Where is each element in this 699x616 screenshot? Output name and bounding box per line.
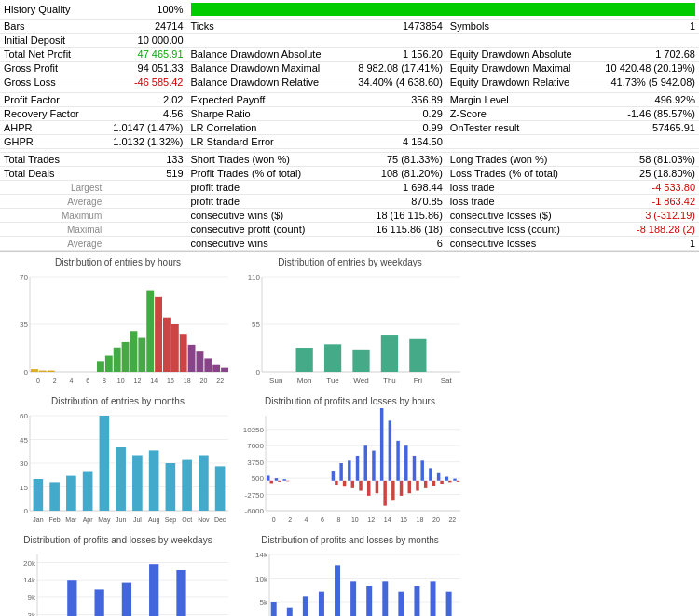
profit-factor-label: Profit Factor xyxy=(0,93,105,107)
gross-profit-row: Gross Profit 94 051.33 Balance Drawdown … xyxy=(0,62,699,75)
history-quality-row: History Quality 100% xyxy=(0,0,699,20)
sharpe-ratio-value: 0.29 xyxy=(337,107,446,121)
average-trade-row: Average profit trade 870.85 loss trade -… xyxy=(0,195,699,209)
progress-bar-cell xyxy=(187,0,700,20)
profit-weekdays-chart-canvas xyxy=(4,547,232,616)
balance-drawdown-rel-label: Balance Drawdown Relative xyxy=(187,75,337,89)
symbols-label: Symbols xyxy=(446,20,593,34)
profit-trades-value: 108 (81.20%) xyxy=(337,167,446,181)
gross-profit-value: 94 051.33 xyxy=(105,62,186,75)
chart-profit-hours: Distribution of profits and losses by ho… xyxy=(236,394,464,529)
recovery-factor-value: 4.56 xyxy=(105,107,186,121)
z-score-label: Z-Score xyxy=(446,107,593,121)
max-consec-loss-label: consecutive loss (count) xyxy=(446,223,593,237)
loss-trades-label: Loss Trades (% of total) xyxy=(446,167,593,181)
total-trades-label: Total Trades xyxy=(0,153,105,167)
ghpr-value: 1.0132 (1.32%) xyxy=(105,135,186,149)
equity-drawdown-max-value: 10 420.48 (20.19%) xyxy=(593,62,699,75)
initial-deposit-label: Initial Deposit xyxy=(0,34,105,48)
short-trades-value: 75 (81.33%) xyxy=(337,153,446,167)
max-consec-wins-label: consecutive wins ($) xyxy=(187,209,337,223)
total-trades-value: 133 xyxy=(105,153,186,167)
largest-profit-trade-label: profit trade xyxy=(187,181,337,195)
profit-hours-chart-canvas xyxy=(236,408,464,529)
chart-weekdays-title: Distribution of entries by weekdays xyxy=(236,255,464,269)
balance-drawdown-abs-label: Balance Drawdown Absolute xyxy=(187,48,337,62)
balance-drawdown-rel-value: 34.40% (4 638.60) xyxy=(337,75,446,89)
max-consec-wins-value: 18 (16 115.86) xyxy=(337,209,446,223)
history-quality-label: History Quality xyxy=(0,0,105,20)
chart-hours: Distribution of entries by hours xyxy=(4,255,232,390)
equity-drawdown-abs-value: 1 702.68 xyxy=(593,48,699,62)
total-deals-value: 519 xyxy=(105,167,186,181)
chart-months-title: Distribution of entries by months xyxy=(4,394,232,408)
profit-months-chart-canvas xyxy=(236,547,464,616)
profit-factor-value: 2.02 xyxy=(105,93,186,107)
avg-loss-trade-value: -1 863.42 xyxy=(593,195,699,209)
gross-loss-value: -46 585.42 xyxy=(105,75,186,89)
chart-profit-hours-title: Distribution of profits and losses by ho… xyxy=(236,394,464,408)
chart-profit-months-title: Distribution of profits and losses by mo… xyxy=(236,533,464,547)
balance-drawdown-max-label: Balance Drawdown Maximal xyxy=(187,62,337,75)
avg-consec-wins-value: 6 xyxy=(337,237,446,251)
profit-trades-label: Profit Trades (% of total) xyxy=(187,167,337,181)
progress-bar xyxy=(191,3,696,16)
equity-drawdown-max-label: Equity Drawdown Maximal xyxy=(446,62,593,75)
initial-deposit-row: Initial Deposit 10 000.00 xyxy=(0,34,699,48)
chart-profit-weekdays-title: Distribution of profits and losses by we… xyxy=(4,533,232,547)
max-consec-losses-value: 3 (-312.19) xyxy=(593,209,699,223)
average2-label: Average xyxy=(0,237,105,251)
avg-consec-losses-value: 1 xyxy=(593,237,699,251)
profit-factor-row: Profit Factor 2.02 Expected Payoff 356.8… xyxy=(0,93,699,107)
stats-container: History Quality 100% Bars 24714 Ticks 14… xyxy=(0,0,699,616)
long-trades-value: 58 (81.03%) xyxy=(593,153,699,167)
maximal-consec-profit-row: Maximal consecutive profit (count) 16 11… xyxy=(0,223,699,237)
total-net-profit-value: 47 465.91 xyxy=(105,48,186,62)
avg-profit-trade-value: 870.85 xyxy=(337,195,446,209)
ontester-label: OnTester result xyxy=(446,121,593,135)
ontester-value: 57465.91 xyxy=(593,121,699,135)
long-trades-label: Long Trades (won %) xyxy=(446,153,593,167)
history-quality-value: 100% xyxy=(105,0,186,20)
ahpr-row: AHPR 1.0147 (1.47%) LR Correlation 0.99 … xyxy=(0,121,699,135)
lr-correlation-value: 0.99 xyxy=(337,121,446,135)
max-consec-profit-label: consecutive profit (count) xyxy=(187,223,337,237)
avg-loss-trade-label: loss trade xyxy=(446,195,593,209)
largest-profit-trade-value: 1 698.44 xyxy=(337,181,446,195)
short-trades-label: Short Trades (won %) xyxy=(187,153,337,167)
largest-label: Largest xyxy=(0,181,105,195)
hours-chart-canvas xyxy=(4,269,232,390)
max-consec-losses-label: consecutive losses ($) xyxy=(446,209,593,223)
gross-loss-label: Gross Loss xyxy=(0,75,105,89)
loss-trades-value: 25 (18.80%) xyxy=(593,167,699,181)
avg-consec-wins-label: consecutive wins xyxy=(187,237,337,251)
recovery-factor-label: Recovery Factor xyxy=(0,107,105,121)
max-consec-profit-value: 16 115.86 (18) xyxy=(337,223,446,237)
ticks-label: Ticks xyxy=(187,20,337,34)
total-net-profit-label: Total Net Profit xyxy=(0,48,105,62)
lr-std-error-label: LR Standard Error xyxy=(187,135,337,149)
bars-value: 24714 xyxy=(105,20,186,34)
largest-row: Largest profit trade 1 698.44 loss trade… xyxy=(0,181,699,195)
progress-bar-container xyxy=(191,3,696,16)
ghpr-label: GHPR xyxy=(0,135,105,149)
avg-consec-wins-row: Average consecutive wins 6 consecutive l… xyxy=(0,237,699,251)
margin-level-label: Margin Level xyxy=(446,93,593,107)
symbols-value: 1 xyxy=(593,20,699,34)
gross-loss-row: Gross Loss -46 585.42 Balance Drawdown R… xyxy=(0,75,699,89)
total-deals-label: Total Deals xyxy=(0,167,105,181)
z-score-value: -1.46 (85.57%) xyxy=(593,107,699,121)
expected-payoff-value: 356.89 xyxy=(337,93,446,107)
ahpr-value: 1.0147 (1.47%) xyxy=(105,121,186,135)
initial-deposit-value: 10 000.00 xyxy=(105,34,186,48)
stats-table: History Quality 100% Bars 24714 Ticks 14… xyxy=(0,0,699,251)
charts-section: Distribution of entries by hours Distrib… xyxy=(0,251,699,616)
months-chart-canvas xyxy=(4,408,232,529)
maximal-label: Maximal xyxy=(0,223,105,237)
max-consec-loss-value: -8 188.28 (2) xyxy=(593,223,699,237)
chart-profit-months: Distribution of profits and losses by mo… xyxy=(236,533,464,616)
chart-months: Distribution of entries by months xyxy=(4,394,232,529)
equity-drawdown-rel-label: Equity Drawdown Relative xyxy=(446,75,593,89)
equity-drawdown-abs-label: Equity Drawdown Absolute xyxy=(446,48,593,62)
average-label: Average xyxy=(0,195,105,209)
